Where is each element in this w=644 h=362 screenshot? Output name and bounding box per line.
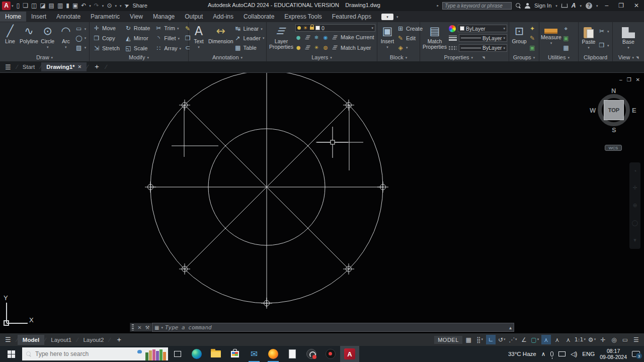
navbar-zoom-icon[interactable]: ⊕ <box>632 202 637 209</box>
attribute-button[interactable]: ▾ <box>397 43 423 52</box>
speaker-tray-icon[interactable]: ◁) <box>571 350 577 357</box>
match-layer-icon[interactable] <box>332 45 338 50</box>
viewcube-top-face[interactable]: TOP <box>604 100 624 120</box>
make-current-button[interactable]: Make Current <box>341 34 374 40</box>
annotation-visibility-toggle[interactable]: ⋏ <box>541 335 551 344</box>
tab-view[interactable]: View <box>125 12 148 22</box>
command-line-grip[interactable]: ✕ ⚒ <box>130 323 152 332</box>
command-expand-icon[interactable]: ▴ <box>509 325 512 330</box>
table-button[interactable]: Table <box>234 43 265 52</box>
open-file-icon[interactable]: ❏ <box>23 2 28 9</box>
polar-tracking-toggle[interactable]: ↺▾ <box>497 335 507 344</box>
polyline-button[interactable]: Polyline <box>20 23 38 53</box>
weather-status[interactable]: 33°C Haze <box>508 351 536 357</box>
create-block-button[interactable]: Create <box>397 24 423 33</box>
make-current-icon[interactable] <box>332 35 338 40</box>
lineweight-dropdown[interactable]: ByLayer ▾ <box>459 34 507 42</box>
autodesk-icon[interactable]: A <box>572 2 576 9</box>
array-button[interactable]: Array▾ <box>155 44 181 53</box>
isodraft-chevron-icon[interactable]: ▾ <box>515 338 517 341</box>
print-icon[interactable]: ▣ <box>72 2 78 9</box>
object-color-dropdown[interactable]: ByLayer ▾ <box>458 25 507 32</box>
new-drawing-tab-button[interactable]: ＋ <box>88 62 105 71</box>
ortho-toggle[interactable]: ∟ <box>486 335 496 344</box>
mail-button[interactable]: ✉ <box>245 346 264 362</box>
osnap-chevron-icon[interactable]: ▾ <box>537 338 539 341</box>
layer-off-icon[interactable]: ● <box>295 35 301 40</box>
layout-menu-icon[interactable]: ☰ <box>0 336 16 343</box>
ellipse-button[interactable]: ▾ <box>75 34 87 43</box>
command-input[interactable] <box>165 324 507 331</box>
edge-taskbar-button[interactable] <box>187 346 206 362</box>
drawing-restore-button[interactable]: ❐ <box>627 77 631 82</box>
close-button[interactable]: ✕ <box>631 2 642 9</box>
ungroup-button[interactable] <box>529 24 536 33</box>
mobile-icon[interactable]: ▮ <box>66 2 69 9</box>
insert-button[interactable]: Insert ▾ <box>379 23 396 53</box>
viewcube-west[interactable]: W <box>590 107 596 114</box>
new-layout-button[interactable]: ＋ <box>111 335 128 344</box>
layer-thaw-icon[interactable]: ✳ <box>313 45 319 50</box>
drag-handle-icon[interactable] <box>132 324 134 330</box>
layer-on-icon[interactable]: ● <box>295 45 301 50</box>
modify-panel-footer[interactable]: Modify▾ <box>90 53 188 61</box>
properties-panel-footer[interactable]: Properties▾ ◥ <box>420 53 509 61</box>
trim-button[interactable]: Trim▾ <box>155 24 181 33</box>
help-icon[interactable]: ? <box>586 3 592 9</box>
workspace-switching-button[interactable]: ⚙▾ <box>587 335 597 344</box>
tray-expand-chevron-icon[interactable]: ∧ <box>541 350 545 357</box>
scale-button[interactable]: Scale <box>125 44 150 53</box>
annotation-scale-button[interactable]: 1:1▾ <box>575 335 586 344</box>
copy-clip-button[interactable]: ▾ <box>598 41 609 50</box>
model-space-canvas[interactable]: – ❐ ✕ N W E S TOP WCS ◔ ✛ ⊕ ◯ ▾ Y X <box>0 72 644 333</box>
linetype-dropdown[interactable]: ByLayer ▾ <box>459 44 507 52</box>
recent-commands-icon[interactable]: ▦ <box>154 325 159 330</box>
rotate-button[interactable]: Rotate <box>125 24 150 33</box>
isolate-objects-button[interactable]: ◎ <box>609 335 619 344</box>
firefox-button[interactable] <box>264 346 283 362</box>
layer-unisolate-icon[interactable] <box>304 45 310 50</box>
navbar-orbit-icon[interactable]: ◯ <box>632 220 638 226</box>
draw-panel-footer[interactable]: Draw▾ <box>0 53 89 61</box>
layer-isolate-icon[interactable] <box>304 35 310 40</box>
view-panel-footer[interactable]: View▾ ◥ <box>613 53 644 61</box>
redo-chevron-icon[interactable]: ▾ <box>102 4 104 8</box>
command-close-icon[interactable]: ✕ <box>137 325 141 330</box>
viewcube-south[interactable]: S <box>612 126 616 134</box>
save-as-icon[interactable]: ◪ <box>40 2 45 9</box>
move-button[interactable]: Move <box>93 24 120 33</box>
isodraft-toggle[interactable]: ⋰▾ <box>508 335 518 344</box>
circle-button[interactable]: Circle ▾ <box>39 23 56 53</box>
viewcube-east[interactable]: E <box>632 107 636 114</box>
block-panel-footer[interactable]: Block▾ <box>377 53 420 61</box>
layer-unlock2-icon[interactable]: ◍ <box>323 45 329 50</box>
view-expander-icon[interactable]: ◥ <box>636 56 638 59</box>
recent-commands-chevron-icon[interactable]: ▾ <box>161 326 163 329</box>
select-window-button[interactable] <box>562 34 570 43</box>
tab-parametric[interactable]: Parametric <box>86 12 125 22</box>
tab-add-ins[interactable]: Add-ins <box>208 12 238 22</box>
tab-output[interactable]: Output <box>180 12 208 22</box>
quick-select-button[interactable] <box>562 24 570 33</box>
file-explorer-button[interactable] <box>206 346 225 362</box>
line-button[interactable]: Line <box>2 23 19 53</box>
microphone-tray-icon[interactable] <box>550 351 553 356</box>
fence-icon[interactable]: ▥ <box>57 2 63 9</box>
layout2-tab[interactable]: Layout2 <box>78 335 109 345</box>
measure-button[interactable]: Measure ▾ <box>541 23 561 53</box>
app-menu-chevron-icon[interactable]: ▾ <box>12 4 14 8</box>
rectangle-button[interactable]: ▾ <box>75 24 87 33</box>
layout1-tab[interactable]: Layout1 <box>46 335 76 345</box>
drawing-minimize-button[interactable]: – <box>619 77 622 82</box>
viewcube-north[interactable]: N <box>611 87 616 95</box>
notepad-button[interactable] <box>283 346 302 362</box>
navbar-more-icon[interactable]: ▾ <box>633 237 636 243</box>
sign-in-chevron-icon[interactable]: ▾ <box>555 4 557 8</box>
viewcube[interactable]: N W E S TOP <box>593 89 635 131</box>
tab-insert[interactable]: Insert <box>26 12 51 22</box>
navbar-wheel-icon[interactable]: ◔ <box>633 168 637 174</box>
tab-express-tools[interactable]: Express Tools <box>279 12 327 22</box>
layer-lock-icon[interactable]: ◉ <box>323 35 329 40</box>
minimize-button[interactable]: – <box>602 2 611 9</box>
mirror-button[interactable]: Mirror <box>125 34 150 43</box>
